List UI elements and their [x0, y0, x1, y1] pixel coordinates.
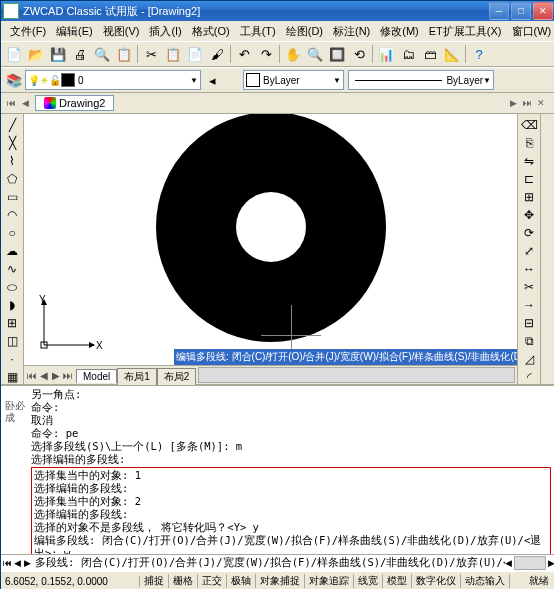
pline-tool[interactable]: ⌇ — [2, 153, 22, 169]
mirror-tool[interactable]: ⇋ — [519, 153, 539, 169]
coordinates[interactable]: 6.6052, 0.1552, 0.0000 — [1, 576, 140, 587]
fillet-tool[interactable]: ◜ — [519, 369, 539, 385]
tab-close-button[interactable]: ✕ — [535, 97, 547, 109]
tab-next-button[interactable]: ▶ — [507, 97, 519, 109]
layout-prev-button[interactable]: ◀ — [38, 370, 50, 381]
block-tool[interactable]: ◫ — [2, 333, 22, 349]
ellipse-tool[interactable]: ⬭ — [2, 279, 22, 295]
tab-first-button[interactable]: ⏮ — [5, 97, 17, 109]
revcloud-tool[interactable]: ☁ — [2, 243, 22, 259]
cmd-next-button[interactable]: ▶ — [22, 558, 32, 568]
menu-window[interactable]: 窗口(W) — [507, 22, 554, 41]
scale-tool[interactable]: ⤢ — [519, 243, 539, 259]
cmd-scroll-right[interactable]: ▶ — [548, 558, 554, 568]
erase-tool[interactable]: ⌫ — [519, 117, 539, 133]
redo-button[interactable]: ↷ — [255, 43, 277, 65]
dyn-toggle[interactable]: 动态输入 — [461, 574, 510, 588]
menu-dim[interactable]: 标注(N) — [328, 22, 375, 41]
model-toggle[interactable]: 模型 — [383, 574, 412, 588]
tab-last-button[interactable]: ⏭ — [521, 97, 533, 109]
rectangle-tool[interactable]: ▭ — [2, 189, 22, 205]
stretch-tool[interactable]: ↔ — [519, 261, 539, 277]
menu-draw[interactable]: 绘图(D) — [281, 22, 328, 41]
minimize-button[interactable]: ─ — [489, 2, 509, 20]
menu-insert[interactable]: 插入(I) — [144, 22, 186, 41]
arc-tool[interactable]: ◠ — [2, 207, 22, 223]
drawing-canvas[interactable]: X Y 编辑多段线: 闭合(C)/打开(O)/合并(J)/宽度(W)/拟合(F)… — [24, 114, 517, 365]
zoom-win-button[interactable]: 🔲 — [326, 43, 348, 65]
save-button[interactable]: 💾 — [47, 43, 69, 65]
ellipsearc-tool[interactable]: ◗ — [2, 297, 22, 313]
trim-tool[interactable]: ✂ — [519, 279, 539, 295]
cut-button[interactable]: ✂ — [140, 43, 162, 65]
layout-next-button[interactable]: ▶ — [50, 370, 62, 381]
maximize-button[interactable]: □ — [511, 2, 531, 20]
polar-toggle[interactable]: 极轴 — [227, 574, 256, 588]
grid-toggle[interactable]: 栅格 — [169, 574, 198, 588]
chamfer-tool[interactable]: ◿ — [519, 351, 539, 367]
linetype-combo[interactable]: ByLayer ▼ — [348, 70, 494, 90]
undo-button[interactable]: ↶ — [233, 43, 255, 65]
layout-first-button[interactable]: ⏮ — [26, 370, 38, 381]
v-scrollbar[interactable] — [540, 114, 554, 384]
new-button[interactable]: 📄 — [3, 43, 25, 65]
break-tool[interactable]: ⊟ — [519, 315, 539, 331]
tpalette-button[interactable]: 🗃 — [419, 43, 441, 65]
lwt-toggle[interactable]: 线宽 — [354, 574, 383, 588]
close-button[interactable]: ✕ — [533, 2, 553, 20]
insert-tool[interactable]: ⊞ — [2, 315, 22, 331]
properties-button[interactable]: 📊 — [375, 43, 397, 65]
cmd-scrollbar[interactable] — [514, 556, 546, 570]
layout-last-button[interactable]: ⏭ — [62, 370, 74, 381]
otrack-toggle[interactable]: 对象追踪 — [305, 574, 354, 588]
matchprop-button[interactable]: 🖌 — [206, 43, 228, 65]
polygon-tool[interactable]: ⬠ — [2, 171, 22, 187]
circle-tool[interactable]: ○ — [2, 225, 22, 241]
tablet-toggle[interactable]: 数字化仪 — [412, 574, 461, 588]
paste-button[interactable]: 📄 — [184, 43, 206, 65]
hatch-tool[interactable]: ▦ — [2, 369, 22, 385]
menu-tools[interactable]: 工具(T) — [235, 22, 281, 41]
rotate-tool[interactable]: ⟳ — [519, 225, 539, 241]
array-tool[interactable]: ⊞ — [519, 189, 539, 205]
open-button[interactable]: 📂 — [25, 43, 47, 65]
help-button[interactable]: ? — [468, 43, 490, 65]
command-input[interactable]: 多段线: 闭合(C)/打开(O)/合并(J)/宽度(W)/拟合(F)/样条曲线(… — [33, 556, 505, 570]
layer-manager-button[interactable]: 📚 — [3, 69, 25, 91]
document-tab[interactable]: Drawing2 — [35, 95, 114, 111]
publish-button[interactable]: 📋 — [113, 43, 135, 65]
menu-et[interactable]: ET扩展工具(X) — [424, 22, 507, 41]
menu-view[interactable]: 视图(V) — [98, 22, 145, 41]
layout1-tab[interactable]: 布局1 — [117, 368, 157, 385]
layout2-tab[interactable]: 布局2 — [157, 368, 197, 385]
snap-toggle[interactable]: 捕捉 — [140, 574, 169, 588]
layer-combo[interactable]: 💡 ☀ 🔓 0 ▼ — [25, 70, 201, 90]
print-button[interactable]: 🖨 — [69, 43, 91, 65]
model-tab[interactable]: Model — [76, 369, 117, 383]
line-tool[interactable]: ╱ — [2, 117, 22, 133]
cmd-first-button[interactable]: ⏮ — [2, 558, 12, 568]
tab-prev-button[interactable]: ◀ — [19, 97, 31, 109]
osnap-toggle[interactable]: 对象捕捉 — [256, 574, 305, 588]
extend-tool[interactable]: → — [519, 297, 539, 313]
command-history[interactable]: 卧必成 另一角点: 命令: 取消 命令: pe 选择多段线(S)\上一个(L) … — [1, 386, 554, 554]
preview-button[interactable]: 🔍 — [91, 43, 113, 65]
copy-tool[interactable]: ⎘ — [519, 135, 539, 151]
zoom-prev-button[interactable]: ⟲ — [348, 43, 370, 65]
calc-button[interactable]: 📐 — [441, 43, 463, 65]
cmd-prev-button[interactable]: ◀ — [12, 558, 22, 568]
cmd-scroll-left[interactable]: ◀ — [505, 558, 512, 568]
point-tool[interactable]: · — [2, 351, 22, 367]
copy-button[interactable]: 📋 — [162, 43, 184, 65]
spline-tool[interactable]: ∿ — [2, 261, 22, 277]
dcenter-button[interactable]: 🗂 — [397, 43, 419, 65]
join-tool[interactable]: ⧉ — [519, 333, 539, 349]
menu-file[interactable]: 文件(F) — [5, 22, 51, 41]
xline-tool[interactable]: ╳ — [2, 135, 22, 151]
layer-prev-button[interactable]: ◂ — [201, 69, 223, 91]
ortho-toggle[interactable]: 正交 — [198, 574, 227, 588]
offset-tool[interactable]: ⊏ — [519, 171, 539, 187]
menu-modify[interactable]: 修改(M) — [375, 22, 424, 41]
pan-button[interactable]: ✋ — [282, 43, 304, 65]
color-combo[interactable]: ByLayer ▼ — [243, 70, 344, 90]
